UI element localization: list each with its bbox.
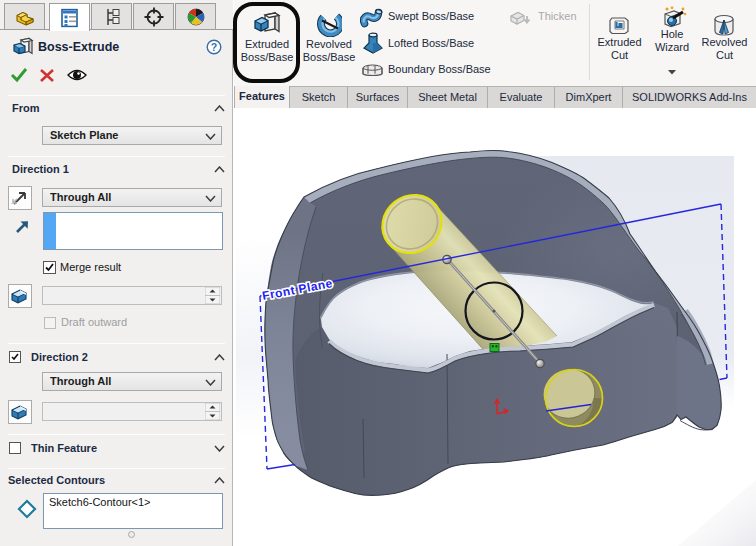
svg-text:?: ? [211, 41, 217, 53]
